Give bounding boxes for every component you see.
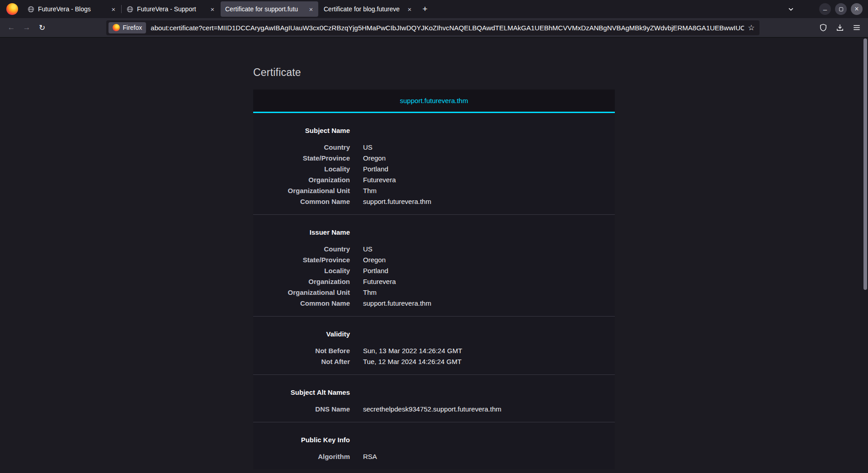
forward-button[interactable]: → xyxy=(19,20,34,35)
firefox-logo-icon xyxy=(6,3,18,15)
globe-icon xyxy=(127,6,133,13)
close-window-button[interactable]: × xyxy=(851,3,863,15)
section-title: Issuer Name xyxy=(253,228,350,236)
tab-futurevera-blogs[interactable]: FutureVera - Blogs × xyxy=(23,1,121,17)
section-title: Subject Alt Names xyxy=(253,388,350,397)
reload-button[interactable]: ↻ xyxy=(34,20,50,35)
window-controls: – × xyxy=(797,0,868,18)
search-mode-label: Firefox xyxy=(123,24,142,31)
cert-field-row: Not Before Sun, 13 Mar 2022 14:26:24 GMT xyxy=(253,345,615,356)
tab-title: Certificate for support.futu xyxy=(225,5,303,13)
certificate-card: support.futurevera.thm Subject Name Coun… xyxy=(253,90,615,469)
section-title: Validity xyxy=(253,330,350,338)
cert-field-row: Organization Futurevera xyxy=(253,276,615,287)
cert-field-row: DNS Name secrethelpdesk934752.support.fu… xyxy=(253,404,615,415)
tab-certificate-support[interactable]: Certificate for support.futu × xyxy=(221,1,318,17)
section-title: Subject Name xyxy=(253,127,350,135)
globe-icon xyxy=(28,6,34,13)
section-title: Public Key Info xyxy=(253,436,350,444)
firefox-chip-icon xyxy=(113,24,120,31)
section-subject-name: Subject Name Country US State/Province O… xyxy=(253,113,615,215)
tab-separator xyxy=(121,5,122,13)
cert-field-row: Country US xyxy=(253,244,615,255)
cert-field-row: Not After Tue, 12 Mar 2024 14:26:24 GMT xyxy=(253,356,615,367)
maximize-button[interactable] xyxy=(835,3,847,15)
page-content: Certificate support.futurevera.thm Subje… xyxy=(0,38,868,473)
tab-close-icon[interactable]: × xyxy=(109,5,118,14)
cert-field-row: Locality Portland xyxy=(253,164,615,175)
save-page-icon[interactable] xyxy=(832,20,848,35)
navigation-toolbar: ← → ↻ Firefox about:certificate?cert=MII… xyxy=(0,18,868,38)
page-scrollbar[interactable] xyxy=(863,38,868,473)
tab-strip: FutureVera - Blogs × FutureVera - Suppor… xyxy=(23,0,417,18)
cert-field-row: Organizational Unit Thm xyxy=(253,185,615,196)
url-input[interactable]: about:certificate?cert=MIID1DCCArygAwIBA… xyxy=(151,24,744,32)
cert-field-row: Organizational Unit Thm xyxy=(253,287,615,298)
tab-title: Certificate for blog.futureve xyxy=(324,5,401,13)
cert-field-row: Country US xyxy=(253,142,615,153)
cert-field-row: Common Name support.futurevera.thm xyxy=(253,196,615,207)
cert-field-row: Organization Futurevera xyxy=(253,175,615,185)
cert-field-row: Common Name support.futurevera.thm xyxy=(253,298,615,309)
certificate-domain-tab[interactable]: support.futurevera.thm xyxy=(253,90,615,113)
new-tab-button[interactable]: + xyxy=(417,1,433,17)
cert-field-row: State/Province Oregon xyxy=(253,153,615,164)
tab-close-icon[interactable]: × xyxy=(208,5,217,14)
tab-close-icon[interactable]: × xyxy=(307,5,316,14)
tab-certificate-blog[interactable]: Certificate for blog.futureve × xyxy=(319,1,417,17)
bookmark-star-icon[interactable]: ☆ xyxy=(748,24,755,32)
cert-field-row: Algorithm RSA xyxy=(253,451,615,462)
url-bar[interactable]: Firefox about:certificate?cert=MIID1DCCA… xyxy=(106,20,760,35)
maximize-icon xyxy=(839,7,843,11)
page-title: Certificate xyxy=(253,66,615,79)
back-button[interactable]: ← xyxy=(4,20,19,35)
tab-title: FutureVera - Blogs xyxy=(38,5,105,13)
section-public-key-info: Public Key Info Algorithm RSA xyxy=(253,422,615,469)
titlebar-drag-area xyxy=(433,0,784,18)
cert-field-row: State/Province Oregon xyxy=(253,255,615,265)
toolbar-right-icons xyxy=(816,20,864,35)
privacy-shield-icon[interactable] xyxy=(816,20,831,35)
tab-close-icon[interactable]: × xyxy=(405,5,414,14)
tab-futurevera-support[interactable]: FutureVera - Support × xyxy=(122,1,220,17)
list-all-tabs-button[interactable] xyxy=(784,2,797,16)
minimize-button[interactable]: – xyxy=(819,3,831,15)
section-issuer-name: Issuer Name Country US State/Province Or… xyxy=(253,215,615,317)
tab-title: FutureVera - Support xyxy=(137,5,204,13)
scrollbar-thumb[interactable] xyxy=(863,38,867,290)
chevron-down-icon xyxy=(788,6,794,12)
titlebar: FutureVera - Blogs × FutureVera - Suppor… xyxy=(0,0,868,18)
menu-hamburger-icon[interactable] xyxy=(849,20,864,35)
section-subject-alt-names: Subject Alt Names DNS Name secrethelpdes… xyxy=(253,375,615,422)
search-mode-chip[interactable]: Firefox xyxy=(108,22,146,33)
cert-field-row: Locality Portland xyxy=(253,265,615,276)
section-validity: Validity Not Before Sun, 13 Mar 2022 14:… xyxy=(253,317,615,375)
